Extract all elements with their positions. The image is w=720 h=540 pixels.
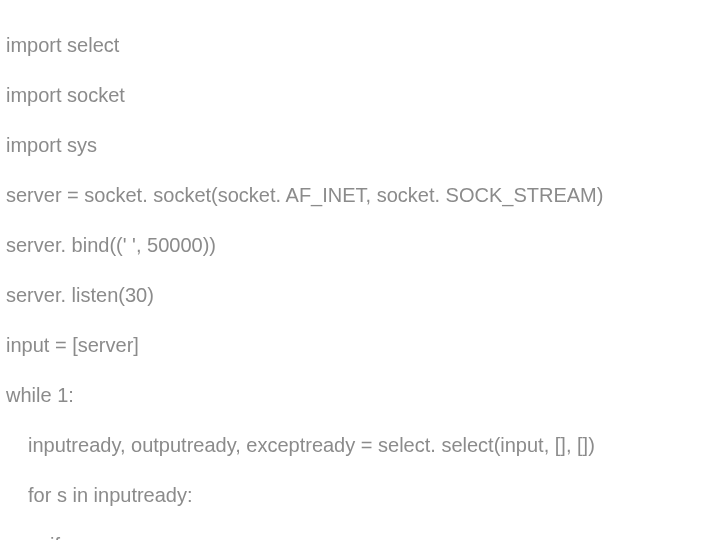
code-line: while 1:	[6, 383, 714, 408]
code-line: for s in inputready:	[6, 483, 714, 508]
code-line: server. listen(30)	[6, 283, 714, 308]
code-line: import sys	[6, 133, 714, 158]
code-line: input = [server]	[6, 333, 714, 358]
code-line: server. bind((' ', 50000))	[6, 233, 714, 258]
code-line: import socket	[6, 83, 714, 108]
code-block: import select import socket import sys s…	[0, 0, 720, 540]
code-line: import select	[6, 33, 714, 58]
code-line: server = socket. socket(socket. AF_INET,…	[6, 183, 714, 208]
code-line: inputready, outputready, exceptready = s…	[6, 433, 714, 458]
code-line: if s == server:	[6, 533, 714, 540]
